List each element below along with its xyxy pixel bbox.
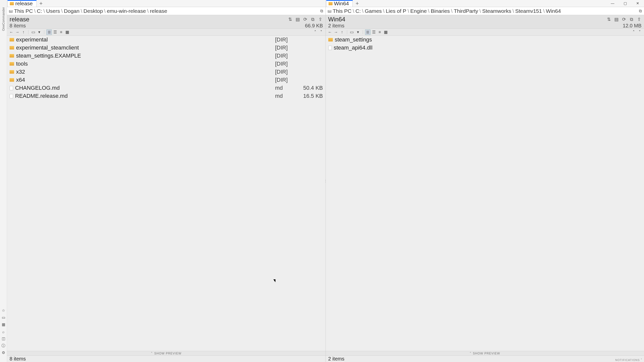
breadcrumb-separator: \ bbox=[146, 8, 149, 14]
breadcrumb-segment[interactable]: C: bbox=[355, 8, 361, 14]
new-tab-button[interactable]: + bbox=[37, 0, 45, 7]
list-item[interactable]: steam_settings bbox=[326, 36, 644, 44]
copy-icon[interactable]: ⧉ bbox=[310, 17, 315, 22]
history-dropdown-button[interactable]: ▾ bbox=[36, 29, 42, 35]
breadcrumb-segment[interactable]: Binaries bbox=[431, 8, 450, 14]
new-folder-button[interactable]: ▭ bbox=[349, 29, 355, 35]
window-maximize-button[interactable]: ▢ bbox=[619, 0, 631, 7]
view-compact-button[interactable]: ≡ bbox=[58, 29, 64, 35]
info-bar-tools: ⇅▤⟳⧉⇪ bbox=[288, 17, 323, 22]
file-type: [DIR] bbox=[275, 53, 295, 59]
list-item[interactable]: x64[DIR] bbox=[7, 76, 326, 84]
notifications-label-text: NOTIFICATIONS bbox=[615, 358, 640, 361]
breadcrumb-segment[interactable]: Dogan bbox=[64, 8, 79, 14]
sort-size-caret[interactable]: ˅ bbox=[318, 29, 324, 35]
nav-up-button[interactable]: ↑ bbox=[21, 29, 26, 35]
nav-forward-button[interactable]: → bbox=[15, 29, 20, 35]
tab[interactable]: release bbox=[8, 0, 36, 7]
new-tab-button[interactable]: + bbox=[354, 0, 361, 7]
grid-icon[interactable]: ▦ bbox=[1, 322, 6, 327]
notifications-toggle[interactable]: NOTIFICATIONS ˄ bbox=[615, 358, 642, 361]
window-icon[interactable]: ▭ bbox=[1, 315, 6, 320]
breadcrumb-root[interactable]: This PC bbox=[14, 8, 33, 14]
list-item[interactable]: experimental[DIR] bbox=[7, 36, 326, 44]
status-bar: 8 items bbox=[7, 355, 326, 362]
tree-toggle-icon[interactable]: ⧉ bbox=[638, 9, 642, 13]
view-details-button[interactable]: ☰ bbox=[52, 29, 58, 35]
folder-icon bbox=[329, 2, 333, 5]
sort-icon[interactable]: ⇅ bbox=[606, 17, 611, 22]
breadcrumb-segment[interactable]: Desktop bbox=[84, 8, 103, 14]
breadcrumb-segment[interactable]: Win64 bbox=[546, 8, 561, 14]
list-item[interactable]: README.release.mdmd16.5 KB bbox=[7, 92, 326, 100]
list-item[interactable]: experimental_steamclient[DIR] bbox=[7, 44, 326, 52]
breadcrumb-segment[interactable]: Games bbox=[365, 8, 382, 14]
breadcrumb-segment[interactable]: release bbox=[150, 8, 167, 14]
breadcrumb-root[interactable]: This PC bbox=[333, 8, 352, 14]
nav-forward-button[interactable]: → bbox=[333, 29, 339, 35]
info-icon[interactable]: ⓘ bbox=[1, 343, 6, 348]
file-list[interactable]: experimental[DIR]experimental_steamclien… bbox=[7, 36, 326, 351]
file-icon bbox=[10, 94, 13, 98]
file-list[interactable]: steam_settingssteam_api64.dll bbox=[326, 36, 644, 351]
window-minimize-button[interactable]: — bbox=[606, 0, 619, 7]
nav-toolbar: ←→↑▭▾≣☰≡▦˄˅ bbox=[7, 29, 326, 36]
list-item[interactable]: x32[DIR] bbox=[7, 68, 326, 76]
preview-toggle[interactable]: ˄SHOW PREVIEW bbox=[7, 351, 326, 355]
breadcrumb-segment[interactable]: C: bbox=[37, 8, 42, 14]
tab[interactable]: Win64 bbox=[326, 0, 353, 7]
refresh-icon[interactable]: ⟳ bbox=[303, 17, 308, 22]
window-close-button[interactable]: ✕ bbox=[631, 0, 644, 7]
filter-icon[interactable]: ▤ bbox=[295, 17, 300, 22]
new-folder-button[interactable]: ▭ bbox=[30, 29, 36, 35]
star-icon[interactable]: ☆ bbox=[1, 308, 6, 313]
path-bar[interactable]: 🖴This PC\C:\Users\Dogan\Desktop\emu-win-… bbox=[7, 7, 326, 15]
view-list-button[interactable]: ≣ bbox=[365, 29, 371, 35]
nav-back-button[interactable]: ← bbox=[327, 29, 333, 35]
toolbar-separator bbox=[363, 30, 363, 34]
sort-type-caret[interactable]: ˄ bbox=[312, 29, 318, 35]
history-dropdown-button[interactable]: ▾ bbox=[355, 29, 361, 35]
view-tiles-button[interactable]: ▦ bbox=[64, 29, 70, 35]
breadcrumb-segment[interactable]: ThirdParty bbox=[454, 8, 478, 14]
view-list-button[interactable]: ≣ bbox=[46, 29, 52, 35]
sort-size-caret[interactable]: ˅ bbox=[637, 29, 642, 35]
preview-toggle[interactable]: ˄SHOW PREVIEW bbox=[326, 351, 644, 355]
list-item[interactable]: steam_api64.dll bbox=[326, 44, 644, 52]
breadcrumb-segment[interactable]: Users bbox=[46, 8, 60, 14]
panel-icon[interactable]: ◫ bbox=[1, 336, 6, 341]
pin-icon[interactable]: ⇪ bbox=[636, 17, 641, 22]
sort-icon[interactable]: ⇅ bbox=[288, 17, 293, 22]
breadcrumb-segment[interactable]: emu-win-release bbox=[107, 8, 146, 14]
left-pane: release+🖴This PC\C:\Users\Dogan\Desktop\… bbox=[7, 0, 326, 362]
copy-icon[interactable]: ⧉ bbox=[629, 17, 634, 22]
info-bar-tools: ⇅▤⟳⧉⇪ bbox=[606, 17, 641, 22]
search-icon[interactable]: ⌕ bbox=[1, 329, 6, 334]
refresh-icon[interactable]: ⟳ bbox=[621, 17, 626, 22]
nav-up-button[interactable]: ↑ bbox=[339, 29, 345, 35]
list-item[interactable]: CHANGELOG.mdmd50.4 KB bbox=[7, 84, 326, 92]
breadcrumb-segment[interactable]: Steamv151 bbox=[515, 8, 542, 14]
view-tiles-button[interactable]: ▦ bbox=[383, 29, 389, 35]
breadcrumb-separator: \ bbox=[352, 8, 355, 14]
list-item[interactable]: steam_settings.EXAMPLE[DIR] bbox=[7, 52, 326, 60]
view-details-button[interactable]: ☰ bbox=[371, 29, 377, 35]
breadcrumb-separator: \ bbox=[382, 8, 385, 14]
tree-toggle-icon[interactable]: ⧉ bbox=[319, 9, 324, 13]
item-count: 8 items bbox=[10, 23, 26, 29]
nav-back-button[interactable]: ← bbox=[9, 29, 14, 35]
folder-title: Win64 bbox=[328, 16, 345, 23]
breadcrumb-segment[interactable]: Steamworks bbox=[482, 8, 511, 14]
filter-icon[interactable]: ▤ bbox=[614, 17, 619, 22]
pin-icon[interactable]: ⇪ bbox=[318, 17, 323, 22]
gear-icon[interactable]: ⚙ bbox=[1, 350, 6, 355]
left-rail: OneCommander ☆▭▦⌕◫ⓘ⚙ bbox=[0, 0, 7, 362]
view-compact-button[interactable]: ≡ bbox=[377, 29, 383, 35]
file-type: [DIR] bbox=[275, 69, 295, 75]
path-bar[interactable]: 🖴This PC\C:\Games\Lies of P\Engine\Binar… bbox=[326, 7, 644, 15]
list-item[interactable]: tools[DIR] bbox=[7, 60, 326, 68]
sort-type-caret[interactable]: ˄ bbox=[631, 29, 636, 35]
folder-icon bbox=[10, 78, 14, 82]
breadcrumb-segment[interactable]: Engine bbox=[410, 8, 427, 14]
breadcrumb-segment[interactable]: Lies of P bbox=[386, 8, 406, 14]
